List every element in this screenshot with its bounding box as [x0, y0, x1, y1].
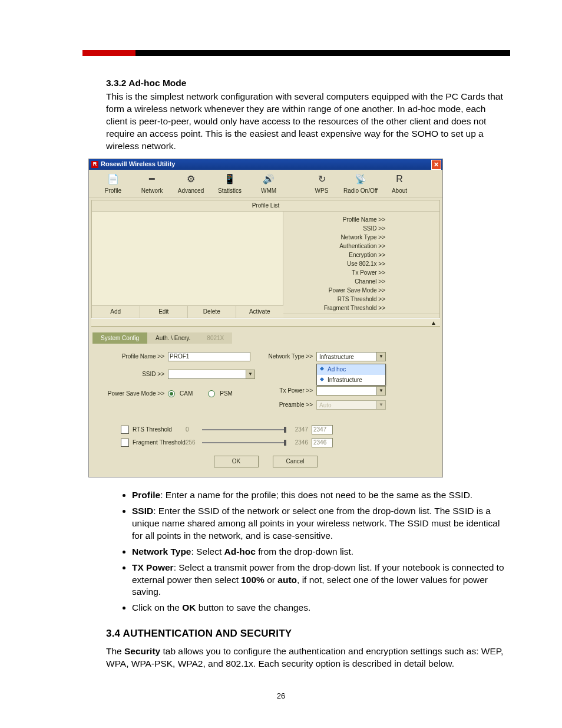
info-row: RTS Threshold >> — [287, 295, 436, 304]
profile-name-label: Profile Name >> — [95, 353, 168, 361]
list-item: Click on the OK button to save the chang… — [132, 602, 507, 614]
chevron-down-icon: ▼ — [376, 386, 386, 396]
edit-button[interactable]: Edit — [140, 306, 189, 318]
tab-auth-encry[interactable]: Auth. \ Encry. — [147, 332, 199, 344]
toolbar-item-statistics[interactable]: 📱Statistics — [210, 173, 249, 195]
toolbar-icon: ━ — [146, 173, 158, 185]
system-config-form: Profile Name >> PROF1 SSID >> ▼ Power Sa… — [89, 344, 442, 477]
bullet-icon — [320, 377, 324, 381]
info-row: Channel >> — [287, 277, 436, 286]
dropdown-option[interactable]: Ad hoc — [317, 364, 385, 375]
toolbar-item-wps[interactable]: ↻WPS — [302, 173, 341, 195]
toolbar-icon: 📡 — [354, 173, 367, 185]
bullet-icon — [320, 367, 324, 371]
profile-actions: AddEditDeleteActivate — [92, 305, 283, 318]
info-row: Profile Name >> — [287, 215, 436, 224]
app-icon: R — [91, 161, 98, 168]
profile-list-header: Profile List — [92, 200, 439, 212]
tx-power-select[interactable]: ▼ — [316, 386, 386, 396]
toolbar: 📄Profile━Network⚙Advanced📱Statistics🔊WMM… — [89, 170, 442, 198]
list-item: Network Type: Select Ad-hoc from the dro… — [132, 546, 507, 558]
info-row: Use 802.1x >> — [287, 259, 436, 268]
toolbar-icon: R — [393, 173, 406, 185]
network-type-select[interactable]: Infrastructure ▼ — [316, 352, 386, 361]
psm-cam-radio[interactable]: CAM — [168, 390, 193, 398]
info-row: Fragment Threshold >> — [287, 304, 436, 312]
ssid-label: SSID >> — [95, 370, 168, 378]
header-rule — [0, 50, 562, 56]
rts-checkbox[interactable] — [121, 426, 129, 434]
list-item: SSID: Enter the SSID of the network or s… — [132, 505, 507, 542]
fragment-threshold-row: Fragment Threshold 256 2346 2346 — [121, 438, 437, 447]
info-row: SSID >> — [287, 224, 436, 233]
list-item: TX Power: Select a transmit power from t… — [132, 562, 507, 599]
network-type-label: Network Type >> — [260, 353, 316, 361]
rts-input[interactable]: 2347 — [312, 425, 333, 434]
ssid-select[interactable]: ▼ — [168, 370, 255, 379]
list-item: Profile: Enter a name for the profile; t… — [132, 489, 507, 502]
toolbar-item-wmm[interactable]: 🔊WMM — [249, 173, 288, 195]
ok-button[interactable]: OK — [214, 456, 259, 467]
dropdown-option[interactable]: Infrastructure — [317, 375, 385, 386]
chevron-down-icon: ▼ — [376, 400, 386, 410]
psm-psm-radio[interactable]: PSM — [208, 390, 233, 398]
psm-label: Power Save Mode >> — [95, 390, 168, 398]
section-34-heading: 3.4 AUTHENTICATION AND SECURITY — [106, 627, 507, 641]
info-row: Power Save Mode >> — [287, 286, 436, 295]
add-button[interactable]: Add — [92, 306, 140, 318]
close-icon[interactable]: ✕ — [431, 160, 441, 170]
section-34-body: The Security tab allows you to configure… — [106, 645, 507, 670]
window-title: Rosewill Wireless Utility — [101, 160, 175, 169]
network-type-dropdown[interactable]: Ad hocInfrastructure — [316, 364, 386, 386]
tab-system-config[interactable]: System Config — [92, 332, 147, 344]
profile-list-panel: Profile List AddEditDeleteActivate Profi… — [91, 200, 440, 318]
profile-list[interactable] — [92, 212, 283, 306]
toolbar-item-network[interactable]: ━Network — [133, 173, 171, 195]
profile-info: Profile Name >>SSID >>Network Type >>Aut… — [283, 212, 439, 314]
toolbar-icon: 📱 — [223, 173, 236, 185]
titlebar[interactable]: R Rosewill Wireless Utility ✕ — [89, 159, 442, 170]
config-tabs: System Config Auth. \ Encry. 8021X — [92, 332, 442, 344]
fragment-checkbox[interactable] — [121, 439, 129, 447]
section-332-heading: 3.3.2 Ad-hoc Mode — [106, 77, 507, 90]
toolbar-icon: ↻ — [315, 173, 328, 185]
tx-power-label: Tx Power >> — [260, 387, 316, 395]
cancel-button[interactable]: Cancel — [273, 456, 318, 467]
info-row: Authentication >> — [287, 242, 436, 251]
chevron-down-icon: ▼ — [376, 352, 386, 361]
rts-threshold-row: RTS Threshold 0 2347 2347 — [121, 425, 437, 434]
page-number: 26 — [0, 691, 562, 700]
info-row: Encryption >> — [287, 251, 436, 259]
toolbar-icon: ⚙ — [184, 173, 197, 185]
toolbar-item-radio-on-off[interactable]: 📡Radio On/Off — [341, 173, 380, 195]
profile-name-input[interactable]: PROF1 — [168, 352, 250, 361]
toolbar-item-advanced[interactable]: ⚙Advanced — [171, 173, 210, 195]
collapse-toggle[interactable]: ▲ — [91, 318, 440, 327]
chevron-down-icon: ▼ — [246, 370, 255, 379]
utility-window: R Rosewill Wireless Utility ✕ 📄Profile━N… — [88, 159, 443, 478]
toolbar-icon: 📄 — [107, 173, 120, 185]
rts-slider[interactable] — [202, 429, 285, 430]
preamble-label: Preamble >> — [260, 401, 316, 409]
toolbar-item-profile[interactable]: 📄Profile — [94, 173, 133, 195]
preamble-select: Auto ▼ — [316, 400, 386, 410]
toolbar-icon: 🔊 — [262, 173, 275, 185]
instruction-list: Profile: Enter a name for the profile; t… — [106, 489, 507, 614]
activate-button[interactable]: Activate — [236, 306, 284, 318]
fragment-input[interactable]: 2346 — [312, 438, 333, 447]
info-row: Network Type >> — [287, 233, 436, 242]
delete-button[interactable]: Delete — [188, 306, 236, 318]
section-332-body: This is the simplest network configurati… — [106, 91, 507, 153]
fragment-slider[interactable] — [202, 442, 285, 443]
toolbar-item-about[interactable]: RAbout — [380, 173, 419, 195]
info-row: Tx Power >> — [287, 268, 436, 277]
tab-8021x[interactable]: 8021X — [199, 332, 232, 344]
